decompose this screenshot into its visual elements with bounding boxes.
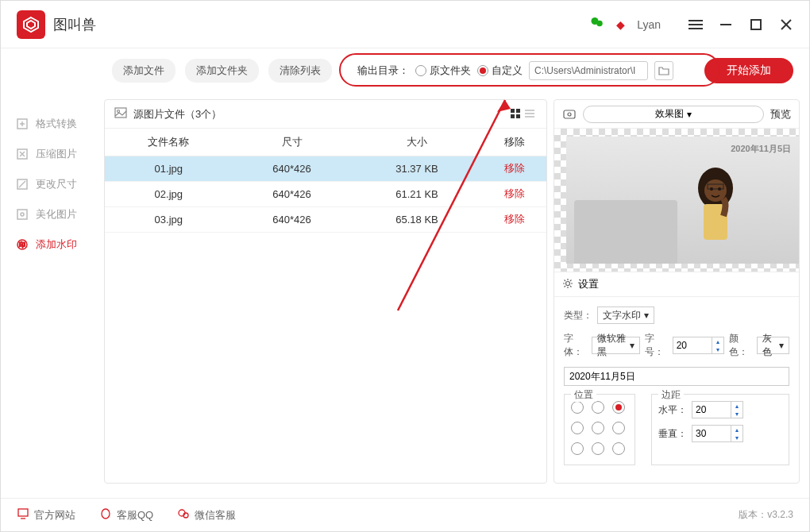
app-title: 图叫兽 [53, 15, 96, 34]
app-logo [17, 10, 45, 39]
footer: 官方网站 客服QQ 微信客服 版本：v3.2.3 [1, 498, 809, 531]
spinner-up[interactable]: ▴ [731, 426, 742, 434]
sidebar-item-compress[interactable]: 压缩图片 [1, 139, 104, 169]
table-row[interactable]: 03.jpg 640*426 65.18 KB 移除 [105, 206, 546, 232]
svg-point-15 [21, 213, 24, 216]
maximize-button[interactable] [749, 17, 763, 32]
svg-point-41 [102, 509, 110, 519]
type-select[interactable]: 文字水印▾ [597, 306, 654, 324]
font-label: 字体： [564, 332, 587, 359]
svg-rect-27 [564, 110, 575, 118]
footer-wechat[interactable]: 微信客服 [177, 507, 236, 522]
output-path-input[interactable] [529, 61, 648, 80]
radio-custom-folder[interactable]: 自定义 [477, 64, 523, 78]
color-select[interactable]: 灰色▾ [757, 337, 789, 354]
chevron-down-icon: ▾ [630, 340, 634, 351]
minimize-button[interactable] [719, 17, 733, 32]
spinner-down[interactable]: ▾ [712, 345, 723, 353]
version-label: 版本：v3.2.3 [739, 508, 793, 522]
sidebar: 格式转换 压缩图片 更改尺寸 美化图片 印添加水印 [1, 93, 104, 490]
footer-qq[interactable]: 客服QQ [99, 507, 153, 522]
clear-list-button[interactable]: 清除列表 [268, 59, 332, 83]
svg-point-30 [704, 179, 727, 202]
chevron-down-icon: ▾ [687, 109, 692, 120]
fontsize-label: 字号： [645, 332, 668, 359]
svg-rect-20 [511, 109, 515, 113]
monitor-icon [17, 507, 29, 522]
effect-select[interactable]: 效果图▾ [583, 106, 764, 123]
svg-point-3 [596, 21, 603, 27]
svg-rect-8 [751, 20, 761, 29]
image-icon [114, 106, 127, 122]
sidebar-item-resize[interactable]: 更改尺寸 [1, 169, 104, 199]
wechat-icon [590, 15, 604, 33]
browse-button[interactable] [654, 61, 673, 80]
add-folder-button[interactable]: 添加文件夹 [185, 59, 259, 83]
spinner-down[interactable]: ▾ [731, 434, 742, 441]
remove-link[interactable]: 移除 [504, 213, 525, 225]
spinner-down[interactable]: ▾ [731, 410, 742, 418]
compress-icon [15, 147, 29, 161]
convert-icon [15, 117, 29, 131]
spinner-up[interactable]: ▴ [731, 402, 742, 410]
watermark-icon: 印 [15, 237, 29, 252]
col-remove: 移除 [483, 129, 546, 156]
svg-point-42 [179, 510, 185, 516]
footer-website[interactable]: 官方网站 [17, 507, 75, 522]
pos-bc[interactable] [592, 442, 604, 455]
horizontal-label: 水平： [658, 403, 687, 417]
sidebar-item-convert[interactable]: 格式转换 [1, 109, 104, 139]
sidebar-item-beautify[interactable]: 美化图片 [1, 199, 104, 229]
svg-rect-14 [17, 210, 27, 219]
sidebar-item-watermark[interactable]: 印添加水印 [1, 229, 104, 260]
beautify-icon [15, 207, 29, 222]
start-add-button[interactable]: 开始添加 [704, 58, 793, 83]
resize-icon [15, 177, 29, 191]
table-row[interactable]: 02.jpg 640*426 61.21 KB 移除 [105, 181, 546, 206]
radio-original-folder[interactable]: 原文件夹 [415, 64, 471, 78]
chevron-down-icon: ▾ [779, 340, 784, 351]
pos-mr[interactable] [612, 422, 625, 434]
close-button[interactable] [779, 17, 793, 32]
watermark-overlay: 2020年11月5日 [731, 143, 791, 155]
pos-tl[interactable] [571, 401, 584, 414]
svg-point-19 [118, 110, 120, 112]
horizontal-spinner[interactable]: ▴▾ [692, 401, 743, 418]
grid-view-icon[interactable] [510, 108, 523, 121]
pos-ml[interactable] [571, 422, 584, 434]
user-name: Lyan [637, 18, 661, 31]
fontsize-spinner[interactable]: ▴▾ [673, 337, 724, 354]
col-name: 文件名称 [105, 129, 233, 156]
position-fieldset: 位置 [564, 394, 635, 465]
svg-marker-1 [27, 21, 35, 29]
vertical-spinner[interactable]: ▴▾ [692, 425, 743, 442]
pos-bl[interactable] [571, 442, 584, 455]
menu-button[interactable] [688, 17, 703, 32]
chevron-down-icon: ▾ [644, 310, 649, 321]
file-list-panel: 源图片文件（3个） 文件名称 尺寸 大小 移除 01.jpg 640*426 3… [104, 99, 547, 484]
preview-image: 2020年11月5日 [554, 129, 799, 272]
col-size: 尺寸 [233, 129, 352, 156]
titlebar: 图叫兽 ◆ Lyan [1, 1, 809, 48]
preview-panel: 效果图▾ 预览 2020年11月5日 设置 类型： 文字水印▾ 字体： 微软雅黑… [554, 99, 800, 484]
settings-header: 设置 [554, 272, 799, 297]
svg-point-28 [568, 113, 571, 116]
remove-link[interactable]: 移除 [504, 187, 525, 199]
watermark-text-input[interactable] [564, 367, 789, 386]
remove-link[interactable]: 移除 [504, 162, 525, 174]
pos-tc[interactable] [592, 401, 604, 414]
pos-br[interactable] [612, 442, 625, 455]
pos-mc[interactable] [592, 422, 604, 434]
vertical-label: 垂直： [658, 427, 687, 441]
qq-icon [99, 507, 112, 522]
spinner-up[interactable]: ▴ [712, 337, 723, 345]
svg-rect-39 [18, 509, 28, 516]
svg-rect-21 [516, 109, 520, 113]
add-file-button[interactable]: 添加文件 [112, 59, 176, 83]
file-table: 文件名称 尺寸 大小 移除 01.jpg 640*426 31.37 KB 移除… [105, 129, 546, 233]
list-view-icon[interactable] [524, 108, 537, 121]
table-row[interactable]: 01.jpg 640*426 31.37 KB 移除 [105, 156, 546, 181]
svg-text:印: 印 [19, 241, 25, 249]
pos-tr[interactable] [612, 401, 625, 414]
font-select[interactable]: 微软雅黑▾ [592, 337, 640, 354]
